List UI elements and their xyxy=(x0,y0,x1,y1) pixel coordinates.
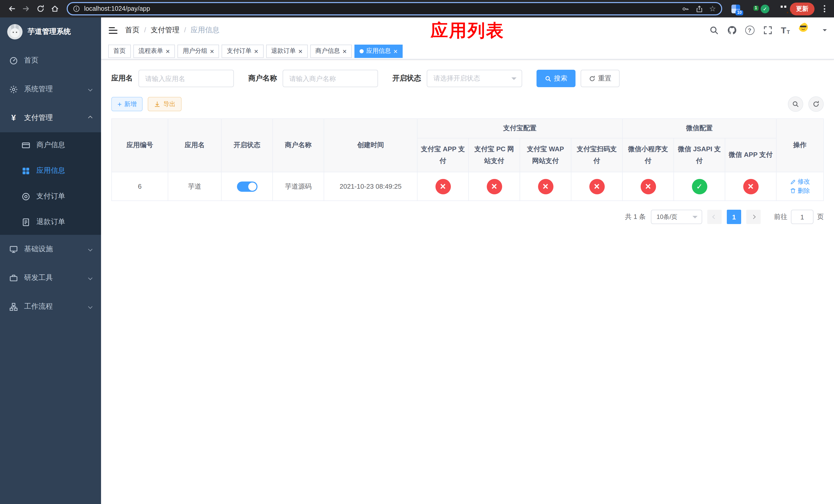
filter-merchant-label: 商户名称 xyxy=(248,74,277,83)
browser-forward-button[interactable] xyxy=(20,2,33,15)
sidebar-item-pay-order[interactable]: 支付订单 xyxy=(0,184,101,209)
pencil-icon xyxy=(790,179,796,185)
share-icon[interactable] xyxy=(695,5,703,13)
refresh-table-button[interactable] xyxy=(808,96,824,112)
search-icon xyxy=(545,75,551,82)
page-size-select[interactable]: 10条/页 xyxy=(651,210,702,224)
close-icon[interactable] xyxy=(298,47,302,54)
chevron-down-icon xyxy=(88,87,93,92)
sidebar-item-workflow[interactable]: 工作流程 xyxy=(0,292,101,321)
sidebar-toggle-button[interactable] xyxy=(101,18,125,43)
browser-update-button[interactable]: 更新 xyxy=(790,2,814,15)
close-icon[interactable] xyxy=(393,47,397,54)
close-icon[interactable] xyxy=(254,47,258,54)
search-icon xyxy=(792,100,799,108)
navbar: 首页 支付管理 应用信息 应用列表 xyxy=(101,18,834,43)
sidebar-item-system[interactable]: 系统管理 xyxy=(0,75,101,104)
merchant-name-input[interactable] xyxy=(283,70,378,87)
tab-process-form[interactable]: 流程表单 xyxy=(133,44,175,58)
trash-icon xyxy=(790,188,796,194)
col-alipay-wap: 支付宝 WAP 网站支付 xyxy=(520,138,571,172)
search-icon[interactable] xyxy=(709,26,718,35)
grid-icon xyxy=(22,166,30,175)
cell-merchant: 芋道源码 xyxy=(272,172,324,201)
github-icon[interactable] xyxy=(727,26,736,35)
workflow-icon xyxy=(9,302,18,311)
col-status: 开启状态 xyxy=(221,119,272,172)
navbar-actions xyxy=(709,23,834,38)
config-status-icon xyxy=(435,179,451,194)
password-key-icon[interactable] xyxy=(681,5,689,13)
sidebar-item-merchant-info[interactable]: 商户信息 xyxy=(0,132,101,158)
status-select[interactable]: 请选择开启状态 xyxy=(427,70,522,87)
browser-reload-button[interactable] xyxy=(34,2,47,15)
reset-button[interactable]: 重置 xyxy=(580,70,620,87)
bookmark-star-icon[interactable] xyxy=(709,4,716,13)
cell-wechat-mini xyxy=(622,172,674,201)
tab-home[interactable]: 首页 xyxy=(108,44,131,58)
sidebar-item-payment[interactable]: ¥ 支付管理 xyxy=(0,104,101,132)
browser-address-bar[interactable]: localhost:1024/pay/app xyxy=(67,2,722,15)
breadcrumb-home[interactable]: 首页 xyxy=(125,26,139,35)
toggle-search-button[interactable] xyxy=(788,96,803,112)
status-toggle[interactable] xyxy=(237,181,257,191)
goto-label: 前往 xyxy=(774,212,787,222)
close-icon[interactable] xyxy=(343,47,347,54)
search-button[interactable]: 搜索 xyxy=(536,70,575,87)
yuan-icon: ¥ xyxy=(9,113,18,122)
site-info-icon[interactable] xyxy=(73,5,80,12)
col-alipay-pc: 支付宝 PC 网站支付 xyxy=(468,138,520,172)
sidebar-logo[interactable]: 芋道管理系统 xyxy=(0,18,101,46)
close-icon[interactable] xyxy=(166,47,170,54)
col-created: 创建时间 xyxy=(324,119,417,172)
chevron-down-icon xyxy=(693,215,698,221)
cell-alipay-pc xyxy=(468,172,520,201)
browser-home-button[interactable] xyxy=(48,2,62,15)
fullscreen-icon[interactable] xyxy=(763,26,772,35)
export-button[interactable]: 导出 xyxy=(148,97,181,111)
next-page-button[interactable] xyxy=(746,210,761,224)
config-status-icon xyxy=(692,179,707,194)
sidebar-item-app-info[interactable]: 应用信息 xyxy=(0,158,101,184)
col-merchant: 商户名称 xyxy=(272,119,324,172)
plus-icon xyxy=(117,100,122,108)
col-wechat-mini: 微信小程序支付 xyxy=(622,138,674,172)
config-status-icon xyxy=(486,179,502,194)
breadcrumb-payment[interactable]: 支付管理 xyxy=(139,26,179,35)
breadcrumb-app-info: 应用信息 xyxy=(179,26,220,35)
add-button[interactable]: 新增 xyxy=(111,97,142,111)
goto-page: 前往 页 xyxy=(774,210,824,224)
extension-grid-icon[interactable]: 10 xyxy=(731,4,740,13)
browser-back-button[interactable] xyxy=(5,2,19,15)
page-number-button[interactable]: 1 xyxy=(727,210,741,224)
browser-menu-icon[interactable] xyxy=(820,5,829,12)
tab-merchant-info[interactable]: 商户信息 xyxy=(310,44,352,58)
cell-actions: 修改 删除 xyxy=(776,172,824,201)
edit-link[interactable]: 修改 xyxy=(790,177,810,186)
prev-page-button[interactable] xyxy=(707,210,722,224)
help-icon[interactable] xyxy=(745,26,754,35)
goto-page-input[interactable] xyxy=(791,210,813,224)
tab-pay-order[interactable]: 支付订单 xyxy=(222,44,263,58)
tab-app-info[interactable]: 应用信息 xyxy=(354,44,403,58)
tab-refund-order[interactable]: 退款订单 xyxy=(266,44,307,58)
cell-created: 2021-10-23 08:49:25 xyxy=(324,172,417,201)
close-icon[interactable] xyxy=(210,47,214,54)
sidebar-item-dev-tools[interactable]: 研发工具 xyxy=(0,264,101,292)
app-name-input[interactable] xyxy=(138,70,234,87)
total-count: 共 1 条 xyxy=(625,212,646,222)
cell-wechat-app xyxy=(725,172,776,201)
refresh-icon xyxy=(812,100,820,108)
extension-check-icon[interactable] xyxy=(761,4,769,13)
sidebar-item-infrastructure[interactable]: 基础设施 xyxy=(0,235,101,264)
font-size-icon[interactable] xyxy=(781,26,790,35)
tabs-bar: 首页 流程表单 用户分组 支付订单 退款订单 xyxy=(101,43,834,60)
tab-user-group[interactable]: 用户分组 xyxy=(177,44,219,58)
user-avatar[interactable] xyxy=(798,23,814,38)
chevron-left-icon xyxy=(712,215,717,219)
gear-icon xyxy=(9,85,18,94)
sidebar-item-refund-order[interactable]: 退款订单 xyxy=(0,209,101,235)
delete-link[interactable]: 删除 xyxy=(790,186,810,195)
sidebar-item-home[interactable]: 首页 xyxy=(0,46,101,75)
avatar-caret-icon[interactable] xyxy=(823,29,827,33)
